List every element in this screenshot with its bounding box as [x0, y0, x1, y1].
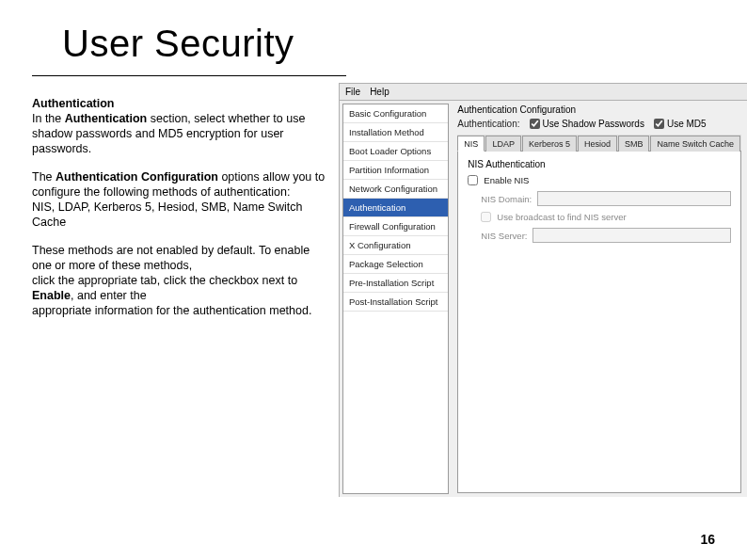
- section-title: Authentication Configuration: [457, 104, 741, 115]
- enable-nis-label: Enable NIS: [484, 175, 529, 185]
- menu-file[interactable]: File: [345, 87, 360, 97]
- tab-nis[interactable]: NIS: [457, 136, 485, 152]
- para-enable-instructions: These methods are not enabled by default…: [32, 243, 327, 318]
- text: These methods are not enabled by default…: [32, 244, 310, 272]
- auth-tabs: NIS LDAP Kerberos 5 Hesiod SMB Name Swit…: [457, 135, 741, 152]
- sidebar-item-x-config[interactable]: X Configuration: [343, 236, 448, 255]
- auth-label: Authentication:: [457, 119, 519, 129]
- config-window: File Help Basic Configuration Installati…: [339, 83, 747, 497]
- text: appropriate information for the authenti…: [32, 304, 311, 317]
- text-bold: Authentication Configuration: [56, 170, 218, 184]
- shadow-label-text: Use Shadow Passwords: [543, 119, 644, 129]
- text-bold: Enable: [32, 289, 71, 302]
- page-title: User Security: [62, 23, 294, 65]
- tab-panel-nis: NIS Authentication Enable NIS NIS Domain…: [457, 152, 741, 493]
- text: NIS, LDAP, Kerberos 5, Hesiod, SMB, Name…: [32, 200, 302, 229]
- nis-broadcast-row: Use broadcast to find NIS server: [481, 212, 731, 222]
- text-bold: Authentication: [65, 112, 148, 125]
- tab-kerberos[interactable]: Kerberos 5: [522, 136, 577, 152]
- shadow-checkbox-label[interactable]: Use Shadow Passwords: [530, 119, 644, 129]
- md5-checkbox[interactable]: [654, 119, 664, 129]
- tab-ldap[interactable]: LDAP: [485, 136, 521, 152]
- text: click the appropriate tab, click the che…: [32, 274, 297, 287]
- shadow-checkbox[interactable]: [530, 119, 540, 129]
- para-auth-config: The Authentication Configuration options…: [32, 169, 327, 230]
- sidebar-item-pre-install[interactable]: Pre-Installation Script: [343, 274, 448, 293]
- nis-domain-row: NIS Domain:: [481, 191, 731, 206]
- sidebar-item-package-selection[interactable]: Package Selection: [343, 255, 448, 274]
- description-column: Authentication In the Authentication sec…: [32, 96, 327, 331]
- nis-server-label: NIS Server:: [481, 231, 527, 241]
- menu-help[interactable]: Help: [370, 87, 389, 97]
- nis-broadcast-checkbox[interactable]: [481, 212, 491, 222]
- nis-domain-input[interactable]: [537, 191, 731, 206]
- tab-hesiod[interactable]: Hesiod: [578, 136, 617, 152]
- menubar: File Help: [340, 84, 747, 101]
- main-panel: Authentication Configuration Authenticat…: [452, 101, 747, 497]
- sidebar-item-install-method[interactable]: Installation Method: [343, 123, 448, 142]
- sidebar-item-post-install[interactable]: Post-Installation Script: [343, 293, 448, 312]
- text: , and enter the: [71, 289, 147, 302]
- sidebar-item-network-config[interactable]: Network Configuration: [343, 180, 448, 199]
- title-underline: [32, 75, 346, 76]
- sidebar-item-boot-loader[interactable]: Boot Loader Options: [343, 142, 448, 161]
- md5-label-text: Use MD5: [667, 119, 707, 129]
- page-number: 16: [700, 532, 715, 547]
- sidebar-item-authentication[interactable]: Authentication: [343, 199, 448, 217]
- md5-checkbox-label[interactable]: Use MD5: [654, 119, 707, 129]
- enable-nis-row: Enable NIS: [468, 175, 731, 185]
- sidebar-item-firewall[interactable]: Firewall Configuration: [343, 217, 448, 236]
- nis-broadcast-label: Use broadcast to find NIS server: [497, 212, 626, 222]
- tab-name-switch[interactable]: Name Switch Cache: [650, 136, 740, 152]
- sidebar: Basic Configuration Installation Method …: [342, 104, 449, 494]
- sidebar-item-basic-config[interactable]: Basic Configuration: [343, 104, 448, 123]
- text: The: [32, 170, 56, 184]
- para-authentication: Authentication In the Authentication sec…: [32, 96, 327, 156]
- tab-smb[interactable]: SMB: [618, 136, 650, 152]
- auth-options-row: Authentication: Use Shadow Passwords Use…: [457, 119, 741, 129]
- nis-server-input[interactable]: [532, 228, 731, 243]
- para-heading: Authentication: [32, 97, 115, 110]
- nis-domain-label: NIS Domain:: [481, 194, 532, 204]
- text: In the: [32, 112, 65, 125]
- nis-server-row: NIS Server:: [481, 228, 731, 243]
- sidebar-item-partition-info[interactable]: Partition Information: [343, 161, 448, 180]
- panel-title: NIS Authentication: [468, 159, 731, 169]
- enable-nis-checkbox[interactable]: [468, 175, 478, 185]
